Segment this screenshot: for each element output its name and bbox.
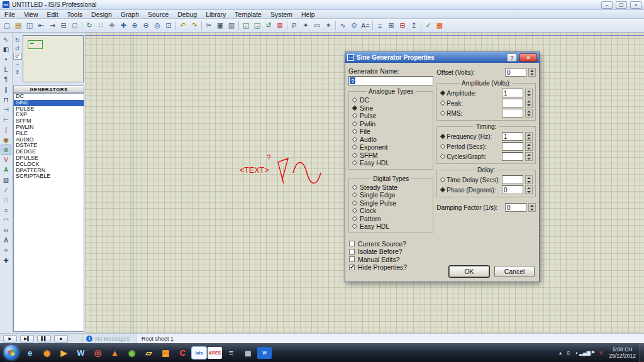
zoom-out-icon[interactable]: ⊖ (140, 20, 152, 31)
pause-button[interactable]: ▌▌ (37, 335, 51, 343)
cut-icon[interactable]: ✂ (203, 20, 214, 31)
junction-dot-icon[interactable]: • (1, 54, 11, 64)
taskbar-isis-icon[interactable]: isis (192, 347, 206, 359)
value-spinner[interactable] (525, 132, 533, 141)
new-file-icon[interactable]: ▢ (1, 20, 13, 31)
overview-window[interactable] (23, 35, 84, 82)
taskbar-word-icon[interactable]: W (257, 347, 272, 359)
digital-type-option[interactable]: Pattern (352, 215, 430, 223)
export-section-icon[interactable]: ⇥ (47, 20, 58, 31)
pick-parts-icon[interactable]: P (289, 20, 300, 31)
tray-power-icon[interactable]: ▯ (564, 350, 572, 356)
value-spinner[interactable] (525, 185, 533, 194)
packaging-tool-icon[interactable]: ▭ (311, 20, 323, 31)
zoom-in-icon[interactable]: ⊕ (129, 20, 140, 31)
offset-input[interactable] (505, 68, 526, 77)
digital-type-option[interactable]: Steady State (352, 184, 430, 192)
value-input[interactable] (502, 142, 523, 151)
false-origin-icon[interactable]: ✛ (106, 20, 118, 31)
menu-library[interactable]: Library (201, 10, 230, 18)
new-sheet-icon[interactable]: ⊞ (386, 20, 397, 31)
delay-option-row[interactable]: Time Delay (Secs): (440, 175, 533, 185)
toolbar-separator[interactable] (175, 21, 176, 30)
menu-source[interactable]: Source (143, 10, 173, 18)
box-tool-icon[interactable]: □ (1, 195, 11, 205)
tape-recorder-icon[interactable]: ◉ (1, 134, 11, 145)
value-input[interactable] (502, 132, 523, 141)
amplitude-option-row[interactable]: Amplitude: (440, 88, 533, 98)
taskbar-chrome-icon[interactable]: ◉ (124, 345, 140, 361)
analogue-type-option[interactable]: Exponent (352, 143, 430, 151)
taskbar-ares-icon[interactable]: ARES (208, 347, 222, 359)
rotate-anticlockwise-icon[interactable]: ↺ (13, 45, 21, 52)
goto-sheet-icon[interactable]: ↥ (408, 20, 419, 31)
undo-icon[interactable]: ↶ (177, 20, 189, 31)
value-spinner[interactable] (525, 99, 533, 107)
text-tool-icon[interactable]: A (1, 235, 11, 245)
value-spinner[interactable] (525, 109, 533, 118)
analogue-type-option[interactable]: Pwlin (352, 120, 430, 128)
offset-spinner[interactable] (528, 68, 536, 77)
current-probe-icon[interactable]: A (1, 165, 11, 175)
zoom-area-icon[interactable]: ⊡ (163, 20, 174, 31)
analogue-type-option[interactable]: SFFM (352, 151, 430, 160)
analogue-type-option[interactable]: Pulse (352, 112, 430, 120)
print-icon[interactable]: ⊟ (58, 20, 69, 31)
amplitude-option-row[interactable]: Peak: (440, 98, 533, 108)
taskbar-vlc-icon[interactable]: ▲ (107, 345, 123, 361)
tray-show-hidden-icon[interactable]: ▴ (556, 350, 564, 356)
tray-antivirus-icon[interactable]: V (597, 350, 605, 356)
dialog-checkbox[interactable]: Isolate Before? (348, 248, 433, 256)
value-input[interactable] (502, 99, 523, 107)
line-tool-icon[interactable]: ∕ (1, 185, 11, 195)
dialog-help-button[interactable]: ? (507, 53, 517, 62)
generator-list-item[interactable]: SCRIPTABLE (14, 173, 84, 180)
mirror-horizontal-icon[interactable]: ⇔ (13, 60, 21, 68)
menu-graph[interactable]: Graph (116, 10, 143, 18)
selection-pointer-icon[interactable]: ⇖ (1, 34, 11, 44)
arc-tool-icon[interactable]: ◠ (1, 215, 11, 225)
value-input[interactable] (502, 109, 523, 118)
taskbar-folder-icon[interactable]: ▱ (141, 345, 157, 361)
path-tool-icon[interactable]: ∾ (1, 225, 11, 235)
value-input[interactable] (502, 89, 523, 97)
toolbar-separator[interactable] (335, 21, 336, 30)
maximize-button[interactable]: ▢ (616, 1, 627, 9)
subcircuit-icon[interactable]: ⊓ (1, 94, 11, 104)
toolbar-separator[interactable] (238, 21, 239, 30)
menu-design[interactable]: Design (87, 10, 116, 18)
toggle-grid-icon[interactable]: ∷ (95, 20, 106, 31)
property-assignment-icon[interactable]: A= (360, 20, 371, 31)
toolbar-separator[interactable] (287, 21, 287, 30)
cancel-button[interactable]: Cancel (494, 266, 535, 277)
device-pin-icon[interactable]: ⊢ (1, 114, 11, 124)
toolbar-separator[interactable] (421, 21, 421, 30)
tray-language-flag-icon[interactable]: ⚑ (589, 350, 597, 356)
value-spinner[interactable] (525, 89, 533, 97)
component-mode-icon[interactable]: ◧ (1, 44, 11, 54)
damping-input[interactable] (505, 203, 526, 212)
symbol-tool-icon[interactable]: ✧ (1, 245, 11, 255)
circle-tool-icon[interactable]: ○ (1, 205, 11, 215)
analogue-type-option[interactable]: Sine (352, 104, 430, 112)
toolbar-separator[interactable] (82, 21, 82, 30)
generator-mode-icon[interactable]: ⊚ (1, 145, 11, 155)
taskbar-wordpad-icon[interactable]: W (73, 345, 89, 361)
mark-output-area-icon[interactable]: ◻ (69, 20, 80, 31)
block-copy-icon[interactable]: ◱ (240, 20, 252, 31)
bus-icon[interactable]: ∥ (1, 84, 11, 94)
value-spinner[interactable] (525, 152, 533, 161)
analogue-type-option[interactable]: Easy HDL (352, 159, 430, 167)
block-move-icon[interactable]: ◲ (252, 20, 263, 31)
save-file-icon[interactable]: ◫ (24, 20, 35, 31)
pan-icon[interactable]: ✚ (118, 20, 129, 31)
taskbar-firefox-icon[interactable]: ◉ (39, 345, 55, 361)
value-input[interactable] (502, 185, 523, 194)
taskbar-opera-icon[interactable]: ◎ (90, 345, 106, 361)
toolbar-separator[interactable] (372, 21, 373, 30)
ok-button[interactable]: OK (449, 266, 489, 277)
search-tag-icon[interactable]: ⊙ (348, 20, 360, 31)
delay-option-row[interactable]: Phase (Degrees): (440, 185, 533, 195)
taskbar-calculator-icon[interactable]: ≡ (223, 345, 239, 361)
dialog-checkbox[interactable]: Hide Properties? (348, 263, 433, 272)
